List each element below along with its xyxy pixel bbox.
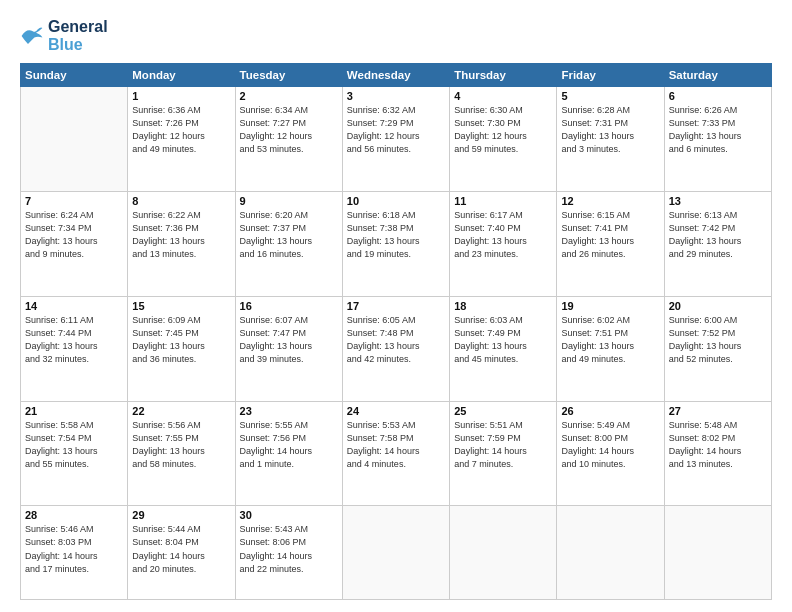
- calendar-cell: 5Sunrise: 6:28 AMSunset: 7:31 PMDaylight…: [557, 87, 664, 192]
- day-number: 21: [25, 405, 123, 417]
- calendar-cell: 26Sunrise: 5:49 AMSunset: 8:00 PMDayligh…: [557, 401, 664, 506]
- day-number: 1: [132, 90, 230, 102]
- calendar-header-row: SundayMondayTuesdayWednesdayThursdayFrid…: [21, 64, 772, 87]
- day-number: 22: [132, 405, 230, 417]
- calendar-cell: 14Sunrise: 6:11 AMSunset: 7:44 PMDayligh…: [21, 296, 128, 401]
- calendar-cell: 28Sunrise: 5:46 AMSunset: 8:03 PMDayligh…: [21, 506, 128, 600]
- day-info: Sunrise: 6:30 AMSunset: 7:30 PMDaylight:…: [454, 104, 552, 156]
- calendar-cell: 10Sunrise: 6:18 AMSunset: 7:38 PMDayligh…: [342, 192, 449, 297]
- day-info: Sunrise: 6:17 AMSunset: 7:40 PMDaylight:…: [454, 209, 552, 261]
- calendar-cell: 3Sunrise: 6:32 AMSunset: 7:29 PMDaylight…: [342, 87, 449, 192]
- calendar-week-row: 7Sunrise: 6:24 AMSunset: 7:34 PMDaylight…: [21, 192, 772, 297]
- day-info: Sunrise: 6:13 AMSunset: 7:42 PMDaylight:…: [669, 209, 767, 261]
- calendar-table: SundayMondayTuesdayWednesdayThursdayFrid…: [20, 63, 772, 600]
- day-info: Sunrise: 6:24 AMSunset: 7:34 PMDaylight:…: [25, 209, 123, 261]
- logo-text: General Blue: [48, 18, 108, 53]
- calendar-week-row: 21Sunrise: 5:58 AMSunset: 7:54 PMDayligh…: [21, 401, 772, 506]
- calendar-cell: 7Sunrise: 6:24 AMSunset: 7:34 PMDaylight…: [21, 192, 128, 297]
- day-info: Sunrise: 6:34 AMSunset: 7:27 PMDaylight:…: [240, 104, 338, 156]
- calendar-cell: 29Sunrise: 5:44 AMSunset: 8:04 PMDayligh…: [128, 506, 235, 600]
- calendar-cell: 16Sunrise: 6:07 AMSunset: 7:47 PMDayligh…: [235, 296, 342, 401]
- calendar-week-row: 14Sunrise: 6:11 AMSunset: 7:44 PMDayligh…: [21, 296, 772, 401]
- day-info: Sunrise: 6:00 AMSunset: 7:52 PMDaylight:…: [669, 314, 767, 366]
- col-header-saturday: Saturday: [664, 64, 771, 87]
- day-info: Sunrise: 6:15 AMSunset: 7:41 PMDaylight:…: [561, 209, 659, 261]
- calendar-cell: 13Sunrise: 6:13 AMSunset: 7:42 PMDayligh…: [664, 192, 771, 297]
- col-header-tuesday: Tuesday: [235, 64, 342, 87]
- day-number: 20: [669, 300, 767, 312]
- calendar-cell: 20Sunrise: 6:00 AMSunset: 7:52 PMDayligh…: [664, 296, 771, 401]
- day-number: 4: [454, 90, 552, 102]
- calendar-cell: [342, 506, 449, 600]
- day-number: 28: [25, 509, 123, 521]
- day-info: Sunrise: 5:51 AMSunset: 7:59 PMDaylight:…: [454, 419, 552, 471]
- day-info: Sunrise: 6:09 AMSunset: 7:45 PMDaylight:…: [132, 314, 230, 366]
- day-info: Sunrise: 6:20 AMSunset: 7:37 PMDaylight:…: [240, 209, 338, 261]
- day-number: 14: [25, 300, 123, 312]
- logo: General Blue: [20, 18, 108, 53]
- day-info: Sunrise: 6:28 AMSunset: 7:31 PMDaylight:…: [561, 104, 659, 156]
- col-header-friday: Friday: [557, 64, 664, 87]
- calendar-cell: 15Sunrise: 6:09 AMSunset: 7:45 PMDayligh…: [128, 296, 235, 401]
- calendar-cell: 22Sunrise: 5:56 AMSunset: 7:55 PMDayligh…: [128, 401, 235, 506]
- calendar-cell: [21, 87, 128, 192]
- day-info: Sunrise: 5:44 AMSunset: 8:04 PMDaylight:…: [132, 523, 230, 575]
- calendar-cell: 11Sunrise: 6:17 AMSunset: 7:40 PMDayligh…: [450, 192, 557, 297]
- day-number: 25: [454, 405, 552, 417]
- calendar-cell: [557, 506, 664, 600]
- day-number: 8: [132, 195, 230, 207]
- calendar-cell: 6Sunrise: 6:26 AMSunset: 7:33 PMDaylight…: [664, 87, 771, 192]
- day-info: Sunrise: 6:11 AMSunset: 7:44 PMDaylight:…: [25, 314, 123, 366]
- calendar-cell: 9Sunrise: 6:20 AMSunset: 7:37 PMDaylight…: [235, 192, 342, 297]
- day-info: Sunrise: 5:58 AMSunset: 7:54 PMDaylight:…: [25, 419, 123, 471]
- calendar-cell: 24Sunrise: 5:53 AMSunset: 7:58 PMDayligh…: [342, 401, 449, 506]
- calendar-cell: 23Sunrise: 5:55 AMSunset: 7:56 PMDayligh…: [235, 401, 342, 506]
- day-number: 11: [454, 195, 552, 207]
- calendar-cell: 19Sunrise: 6:02 AMSunset: 7:51 PMDayligh…: [557, 296, 664, 401]
- calendar-cell: 27Sunrise: 5:48 AMSunset: 8:02 PMDayligh…: [664, 401, 771, 506]
- day-number: 3: [347, 90, 445, 102]
- calendar-cell: 12Sunrise: 6:15 AMSunset: 7:41 PMDayligh…: [557, 192, 664, 297]
- day-number: 29: [132, 509, 230, 521]
- calendar-cell: 2Sunrise: 6:34 AMSunset: 7:27 PMDaylight…: [235, 87, 342, 192]
- day-number: 17: [347, 300, 445, 312]
- calendar-cell: 4Sunrise: 6:30 AMSunset: 7:30 PMDaylight…: [450, 87, 557, 192]
- calendar-cell: 8Sunrise: 6:22 AMSunset: 7:36 PMDaylight…: [128, 192, 235, 297]
- col-header-monday: Monday: [128, 64, 235, 87]
- calendar-cell: 1Sunrise: 6:36 AMSunset: 7:26 PMDaylight…: [128, 87, 235, 192]
- logo-icon: [20, 26, 44, 46]
- day-number: 18: [454, 300, 552, 312]
- calendar-cell: [664, 506, 771, 600]
- day-info: Sunrise: 6:03 AMSunset: 7:49 PMDaylight:…: [454, 314, 552, 366]
- day-info: Sunrise: 5:46 AMSunset: 8:03 PMDaylight:…: [25, 523, 123, 575]
- day-number: 15: [132, 300, 230, 312]
- day-info: Sunrise: 5:49 AMSunset: 8:00 PMDaylight:…: [561, 419, 659, 471]
- page: General Blue SundayMondayTuesdayWednesda…: [0, 0, 792, 612]
- day-info: Sunrise: 6:32 AMSunset: 7:29 PMDaylight:…: [347, 104, 445, 156]
- day-number: 6: [669, 90, 767, 102]
- day-info: Sunrise: 6:18 AMSunset: 7:38 PMDaylight:…: [347, 209, 445, 261]
- calendar-cell: 18Sunrise: 6:03 AMSunset: 7:49 PMDayligh…: [450, 296, 557, 401]
- day-info: Sunrise: 6:02 AMSunset: 7:51 PMDaylight:…: [561, 314, 659, 366]
- calendar-cell: 17Sunrise: 6:05 AMSunset: 7:48 PMDayligh…: [342, 296, 449, 401]
- col-header-thursday: Thursday: [450, 64, 557, 87]
- calendar-cell: 21Sunrise: 5:58 AMSunset: 7:54 PMDayligh…: [21, 401, 128, 506]
- col-header-wednesday: Wednesday: [342, 64, 449, 87]
- day-number: 10: [347, 195, 445, 207]
- day-number: 9: [240, 195, 338, 207]
- day-number: 2: [240, 90, 338, 102]
- day-info: Sunrise: 6:22 AMSunset: 7:36 PMDaylight:…: [132, 209, 230, 261]
- day-info: Sunrise: 6:07 AMSunset: 7:47 PMDaylight:…: [240, 314, 338, 366]
- header: General Blue: [20, 18, 772, 53]
- day-number: 5: [561, 90, 659, 102]
- day-info: Sunrise: 5:55 AMSunset: 7:56 PMDaylight:…: [240, 419, 338, 471]
- day-info: Sunrise: 5:43 AMSunset: 8:06 PMDaylight:…: [240, 523, 338, 575]
- day-number: 30: [240, 509, 338, 521]
- day-number: 27: [669, 405, 767, 417]
- day-number: 16: [240, 300, 338, 312]
- calendar-week-row: 28Sunrise: 5:46 AMSunset: 8:03 PMDayligh…: [21, 506, 772, 600]
- calendar-cell: 25Sunrise: 5:51 AMSunset: 7:59 PMDayligh…: [450, 401, 557, 506]
- col-header-sunday: Sunday: [21, 64, 128, 87]
- day-info: Sunrise: 6:36 AMSunset: 7:26 PMDaylight:…: [132, 104, 230, 156]
- day-info: Sunrise: 6:05 AMSunset: 7:48 PMDaylight:…: [347, 314, 445, 366]
